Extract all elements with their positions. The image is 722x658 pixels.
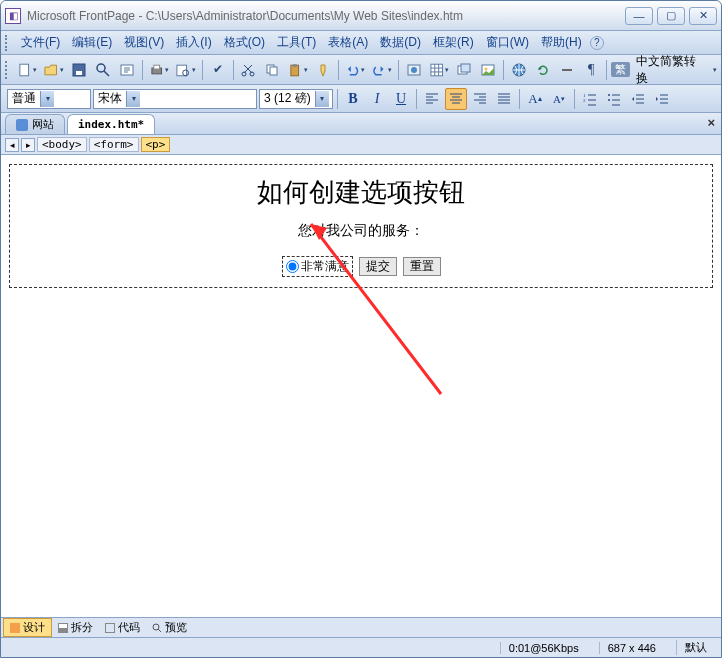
- web-component-button[interactable]: [403, 59, 425, 81]
- svg-rect-18: [431, 64, 443, 76]
- separator: [142, 60, 143, 80]
- status-mode: 默认: [676, 640, 715, 655]
- hyperlink-button[interactable]: [508, 59, 530, 81]
- bold-button[interactable]: B: [342, 88, 364, 110]
- tab-close-button[interactable]: ×: [707, 115, 715, 130]
- svg-line-31: [158, 629, 161, 632]
- cut-button[interactable]: [237, 59, 259, 81]
- separator: [519, 89, 520, 109]
- save-button[interactable]: [68, 59, 90, 81]
- style-combo[interactable]: 普通▾: [7, 89, 91, 109]
- undo-button[interactable]: ▾: [343, 59, 367, 81]
- numbered-list-button[interactable]: 12: [579, 88, 601, 110]
- statusbar: 0:01@56Kbps 687 x 446 默认: [1, 637, 721, 657]
- radio-label: 非常满意: [301, 258, 349, 275]
- edit-area[interactable]: 如何创建选项按钮 您对我公司的服务： 非常满意 提交 重置: [1, 155, 721, 617]
- view-code[interactable]: 代码: [99, 619, 146, 636]
- menu-table[interactable]: 表格(A): [322, 32, 374, 53]
- paste-button[interactable]: ▾: [285, 59, 309, 81]
- split-icon: [58, 623, 68, 633]
- decrease-font-button[interactable]: A▾: [548, 88, 570, 110]
- bulleted-list-button[interactable]: [603, 88, 625, 110]
- titlebar: ◧ Microsoft FrontPage - C:\Users\Adminis…: [1, 1, 721, 31]
- menu-insert[interactable]: 插入(I): [170, 32, 217, 53]
- svg-rect-20: [461, 64, 470, 72]
- publish-button[interactable]: [116, 59, 138, 81]
- lang-toggle-button[interactable]: 中文简繁转换: [632, 51, 710, 89]
- tab-file[interactable]: index.htm*: [67, 114, 155, 134]
- tag-next-button[interactable]: ▸: [21, 138, 35, 152]
- align-center-button[interactable]: [445, 88, 467, 110]
- underline-button[interactable]: U: [390, 88, 412, 110]
- refresh-button[interactable]: [532, 59, 554, 81]
- radio-option[interactable]: 非常满意: [282, 256, 353, 277]
- svg-point-22: [485, 67, 488, 70]
- help-icon[interactable]: ?: [590, 36, 604, 50]
- open-button[interactable]: ▾: [41, 59, 65, 81]
- copy-button[interactable]: [261, 59, 283, 81]
- close-button[interactable]: ✕: [689, 7, 717, 25]
- align-left-button[interactable]: [421, 88, 443, 110]
- app-icon: ◧: [5, 8, 21, 24]
- font-combo[interactable]: 宋体▾: [93, 89, 257, 109]
- svg-rect-0: [20, 64, 29, 76]
- increase-indent-button[interactable]: [651, 88, 673, 110]
- form-row: 非常满意 提交 重置: [20, 256, 702, 277]
- print-button[interactable]: ▾: [147, 59, 171, 81]
- form-container[interactable]: 如何创建选项按钮 您对我公司的服务： 非常满意 提交 重置: [9, 164, 713, 288]
- separator: [398, 60, 399, 80]
- align-justify-button[interactable]: [493, 88, 515, 110]
- spellcheck-button[interactable]: ✔: [207, 59, 229, 81]
- reset-button[interactable]: 重置: [403, 257, 441, 276]
- view-preview[interactable]: 预览: [146, 619, 193, 636]
- status-speed: 0:01@56Kbps: [500, 642, 587, 654]
- menu-file[interactable]: 文件(F): [15, 32, 66, 53]
- italic-button[interactable]: I: [366, 88, 388, 110]
- svg-point-26: [608, 94, 610, 96]
- page-subheading[interactable]: 您对我公司的服务：: [20, 222, 702, 240]
- preview-button[interactable]: ▾: [173, 59, 197, 81]
- tag-selector-bar: ◂ ▸ <body> <form> <p>: [1, 135, 721, 155]
- layer-button[interactable]: [453, 59, 475, 81]
- menu-tools[interactable]: 工具(T): [271, 32, 322, 53]
- separator: [338, 60, 339, 80]
- show-all-button[interactable]: ¶: [580, 59, 602, 81]
- menu-edit[interactable]: 编辑(E): [66, 32, 118, 53]
- maximize-button[interactable]: ▢: [657, 7, 685, 25]
- increase-font-button[interactable]: A▴: [524, 88, 546, 110]
- tab-website[interactable]: 网站: [5, 114, 65, 134]
- view-design[interactable]: 设计: [3, 618, 52, 637]
- minimize-button[interactable]: —: [625, 7, 653, 25]
- menu-window[interactable]: 窗口(W): [480, 32, 535, 53]
- size-combo[interactable]: 3 (12 磅)▾: [259, 89, 333, 109]
- svg-text:2: 2: [583, 98, 586, 103]
- tag-p[interactable]: <p>: [141, 137, 171, 152]
- menubar-grip[interactable]: [5, 35, 11, 51]
- find-button[interactable]: [92, 59, 114, 81]
- view-split[interactable]: 拆分: [52, 619, 99, 636]
- stop-button[interactable]: [556, 59, 578, 81]
- toolbar-grip[interactable]: [5, 61, 11, 79]
- menu-view[interactable]: 视图(V): [118, 32, 170, 53]
- decrease-indent-button[interactable]: [627, 88, 649, 110]
- menu-data[interactable]: 数据(D): [374, 32, 427, 53]
- align-right-button[interactable]: [469, 88, 491, 110]
- separator: [574, 89, 575, 109]
- tag-form[interactable]: <form>: [89, 137, 139, 152]
- tag-prev-button[interactable]: ◂: [5, 138, 19, 152]
- document-tabs: 网站 index.htm* ×: [1, 113, 721, 135]
- tag-body[interactable]: <body>: [37, 137, 87, 152]
- menu-format[interactable]: 格式(O): [218, 32, 271, 53]
- new-button[interactable]: ▾: [15, 59, 39, 81]
- redo-button[interactable]: ▾: [369, 59, 393, 81]
- page-heading[interactable]: 如何创建选项按钮: [20, 175, 702, 210]
- format-painter-button[interactable]: [312, 59, 334, 81]
- svg-rect-7: [154, 65, 160, 69]
- lang-badge-icon: 繁: [611, 62, 630, 77]
- table-button[interactable]: ▾: [427, 59, 451, 81]
- image-button[interactable]: [477, 59, 499, 81]
- radio-input[interactable]: [286, 260, 299, 273]
- menu-frame[interactable]: 框架(R): [427, 32, 480, 53]
- submit-button[interactable]: 提交: [359, 257, 397, 276]
- menu-help[interactable]: 帮助(H): [535, 32, 588, 53]
